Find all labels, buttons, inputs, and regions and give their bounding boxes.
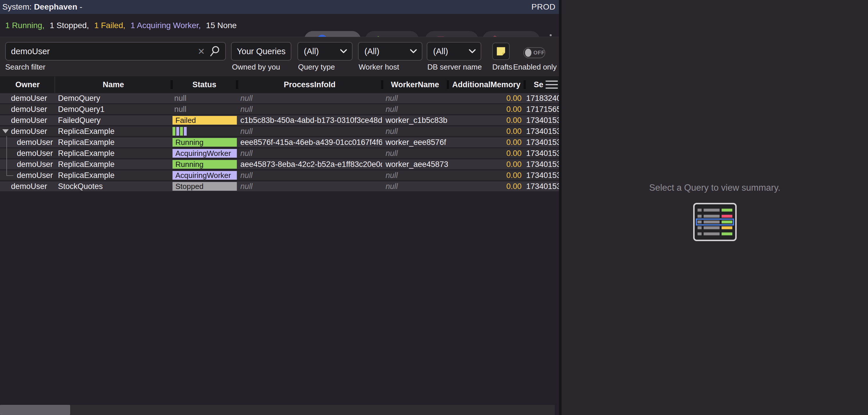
enabled-only-label: Enabled only bbox=[513, 63, 557, 72]
cell-additionalmemory: 0.00 bbox=[448, 115, 525, 125]
status-badge: AcquiringWorker bbox=[173, 149, 237, 158]
summary-icon-row bbox=[698, 209, 732, 212]
cell-processinfoid: null bbox=[237, 182, 382, 191]
cell-status: Running bbox=[172, 137, 237, 147]
worker-host-dropdown[interactable]: (All) bbox=[358, 42, 423, 61]
drafts-label: Drafts bbox=[492, 63, 512, 72]
query-type-dropdown[interactable]: (All) bbox=[298, 42, 352, 61]
query-type-value: (All) bbox=[304, 47, 319, 56]
table-row[interactable]: demoUserDemoQuerynullnullnull0.001718324… bbox=[0, 93, 559, 103]
status-summary-item: 15 None bbox=[206, 21, 237, 30]
environment-badge: PROD bbox=[531, 2, 556, 11]
cell-workername: null bbox=[382, 104, 448, 114]
cell-serial: 173401539 bbox=[525, 159, 559, 169]
summary-placeholder-text: Select a Query to view summary. bbox=[562, 183, 868, 193]
title-bar: System: Deephaven - PROD bbox=[0, 0, 559, 14]
cell-name: ReplicaExample bbox=[55, 148, 172, 158]
table-row[interactable]: demoUserReplicaExamplenullnull0.00173401… bbox=[0, 126, 559, 136]
tree-connector-line bbox=[6, 136, 7, 176]
horizontal-scrollbar[interactable] bbox=[0, 405, 555, 415]
column-header-status[interactable]: Status bbox=[172, 76, 237, 93]
cell-serial: 173401539 bbox=[525, 126, 559, 136]
cell-status: Failed bbox=[172, 115, 237, 125]
table-row[interactable]: demoUserDemoQuery1nullnullnull0.00171715… bbox=[0, 104, 559, 114]
column-header-workername[interactable]: WorkerName bbox=[382, 76, 448, 93]
cell-processinfoid: null bbox=[237, 148, 382, 158]
status-badge: Running bbox=[173, 138, 237, 147]
table-row[interactable]: demoUserReplicaExampleAcquiringWorkernul… bbox=[0, 170, 559, 180]
cell-processinfoid: eee8576f-415a-46eb-a439-01cc0167f4f6 bbox=[237, 137, 382, 147]
table-body: demoUserDemoQuerynullnullnull0.001718324… bbox=[0, 93, 559, 192]
cell-workername: null bbox=[382, 93, 448, 103]
table-row[interactable]: demoUserReplicaExampleRunningeee8576f-41… bbox=[0, 137, 559, 147]
search-box: ✕ bbox=[5, 42, 226, 61]
cell-owner: demoUser bbox=[0, 159, 55, 169]
column-resize-grip[interactable] bbox=[524, 80, 526, 89]
column-resize-grip[interactable] bbox=[447, 80, 449, 89]
cell-owner: demoUser bbox=[0, 93, 55, 103]
status-minibars bbox=[173, 127, 187, 136]
table-menu-icon[interactable] bbox=[546, 81, 558, 89]
status-summary-item: 1 Acquiring Worker, bbox=[130, 21, 200, 30]
status-summary-item: 1 Stopped, bbox=[50, 21, 89, 30]
cell-additionalmemory: 0.00 bbox=[448, 182, 525, 191]
status-summary: 1 Running,1 Stopped,1 Failed,1 Acquiring… bbox=[5, 14, 237, 37]
your-queries-button[interactable]: Your Queries bbox=[231, 42, 291, 61]
cell-owner: demoUser bbox=[0, 148, 55, 158]
cell-serial: 173401539 bbox=[525, 170, 559, 180]
toggle-knob bbox=[525, 49, 531, 57]
drafts-button[interactable] bbox=[492, 42, 510, 60]
cell-name: ReplicaExample bbox=[55, 137, 172, 147]
cell-workername: worker_aee45873 bbox=[382, 159, 448, 169]
cell-serial: 171715658 bbox=[525, 104, 559, 114]
expand-caret-icon[interactable] bbox=[2, 129, 9, 133]
cell-workername: null bbox=[382, 182, 448, 191]
worker-host-label: Worker host bbox=[359, 63, 399, 72]
column-header-processinfoid[interactable]: ProcessInfoId bbox=[237, 76, 382, 93]
cell-name: StockQuotes bbox=[55, 182, 172, 191]
filter-bar: ✕ Search filter Your Queries Owned by yo… bbox=[0, 37, 559, 76]
chevron-down-icon bbox=[340, 49, 347, 54]
column-header-serial[interactable]: Se bbox=[525, 76, 559, 93]
title-suffix: - bbox=[80, 2, 82, 11]
column-resize-grip[interactable] bbox=[381, 80, 383, 89]
cell-processinfoid: null bbox=[237, 93, 382, 103]
column-header-owner[interactable]: Owner bbox=[0, 76, 55, 93]
table-row[interactable]: demoUserStockQuotesStoppednullnull0.0017… bbox=[0, 182, 559, 191]
summary-icon-row bbox=[698, 232, 732, 235]
summary-icon-row bbox=[698, 220, 732, 224]
search-icon[interactable] bbox=[209, 45, 221, 57]
cell-processinfoid: null bbox=[237, 126, 382, 136]
cell-additionalmemory: 0.00 bbox=[448, 159, 525, 169]
chevron-down-icon bbox=[410, 49, 417, 54]
horizontal-scrollbar-thumb[interactable] bbox=[0, 405, 70, 415]
db-server-value: (All) bbox=[433, 47, 448, 56]
column-resize-grip[interactable] bbox=[170, 80, 173, 89]
search-filter-label: Search filter bbox=[5, 63, 45, 72]
db-server-label: DB server name bbox=[427, 63, 482, 72]
column-header-additionalmemory[interactable]: AdditionalMemory bbox=[448, 76, 525, 93]
column-header-name[interactable]: Name bbox=[55, 76, 172, 93]
clear-search-icon[interactable]: ✕ bbox=[194, 46, 209, 57]
enabled-only-toggle[interactable]: OFF bbox=[523, 47, 545, 58]
table-row[interactable]: demoUserReplicaExampleRunningaee45873-8e… bbox=[0, 159, 559, 169]
cell-name: DemoQuery1 bbox=[55, 104, 172, 114]
cell-name: DemoQuery bbox=[55, 93, 172, 103]
sticky-note-icon bbox=[495, 46, 506, 57]
table-row[interactable]: demoUserFailedQueryFailedc1b5c83b-450a-4… bbox=[0, 115, 559, 125]
table-row[interactable]: demoUserReplicaExampleAcquiringWorkernul… bbox=[0, 148, 559, 158]
cell-additionalmemory: 0.00 bbox=[448, 148, 525, 158]
search-input[interactable] bbox=[6, 47, 194, 56]
cell-workername: null bbox=[382, 126, 448, 136]
cell-owner: demoUser bbox=[0, 137, 55, 147]
cell-additionalmemory: 0.00 bbox=[448, 137, 525, 147]
column-resize-grip[interactable] bbox=[236, 80, 238, 89]
toggle-state: OFF bbox=[533, 50, 545, 56]
system-label: System: bbox=[2, 2, 32, 11]
db-server-dropdown[interactable]: (All) bbox=[427, 42, 481, 61]
cell-workername: null bbox=[382, 170, 448, 180]
query-monitor-panel: System: Deephaven - PROD 1 Running,1 Sto… bbox=[0, 0, 559, 415]
cell-serial: 173401539 bbox=[525, 115, 559, 125]
cell-owner: demoUser bbox=[0, 182, 55, 191]
cell-additionalmemory: 0.00 bbox=[448, 170, 525, 180]
